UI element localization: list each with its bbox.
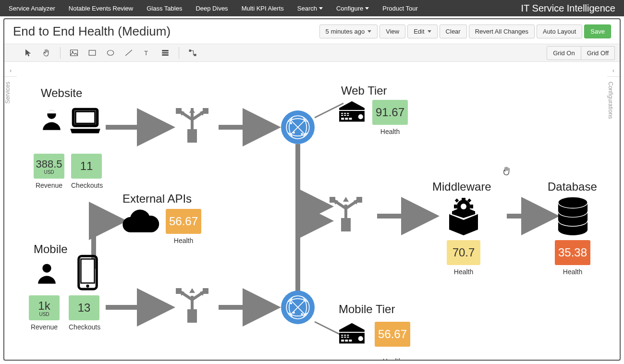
nav-notable-events[interactable]: Notable Events Review [69, 5, 133, 12]
svg-rect-9 [189, 49, 192, 52]
configurations-panel-toggle[interactable]: ‹ Configurations [607, 64, 620, 123]
mobile-checkouts-kpi[interactable]: 13 Checkouts [69, 295, 100, 331]
svg-point-44 [290, 122, 292, 124]
svg-point-47 [293, 132, 295, 133]
svg-rect-66 [344, 335, 346, 336]
svg-rect-72 [345, 340, 348, 341]
brand-title: IT Service Intelligence [521, 3, 615, 14]
ext-api-title: External APIs [122, 192, 192, 206]
pan-tool[interactable] [42, 48, 51, 58]
nav-glass-tables[interactable]: Glass Tables [147, 5, 182, 12]
cloud-icon [120, 209, 161, 235]
nav-search[interactable]: Search [297, 5, 323, 12]
svg-rect-35 [176, 288, 182, 294]
web-tier-health-kpi[interactable]: 91.67 Health [372, 100, 408, 135]
editor-toolbar: T Grid On Grid Off [4, 44, 620, 62]
svg-marker-26 [189, 108, 195, 113]
svg-rect-71 [341, 340, 344, 341]
load-balancer-icon [173, 288, 211, 327]
nav-service-analyzer[interactable]: Service Analyzer [9, 5, 55, 12]
main-frame: End to End Health (Medium) 5 minutes ago… [3, 18, 621, 361]
mobile-tier-title: Mobile Tier [339, 303, 395, 316]
svg-rect-7 [162, 52, 169, 54]
top-nav: Service Analyzer Notable Events Review G… [0, 0, 624, 16]
svg-point-51 [301, 313, 303, 315]
list-tool[interactable] [160, 48, 170, 58]
mobile-tier-health-kpi[interactable]: 56.67 Health [375, 322, 410, 360]
middleware-health-kpi[interactable]: 70.7 Health [447, 240, 480, 276]
svg-rect-77 [462, 198, 465, 201]
view-button[interactable]: View [379, 24, 405, 38]
clear-button[interactable]: Clear [440, 24, 467, 38]
svg-point-3 [107, 50, 114, 56]
chevron-down-icon [367, 30, 371, 33]
svg-rect-56 [347, 113, 349, 114]
svg-marker-32 [189, 288, 195, 293]
nav-deep-dives[interactable]: Deep Dives [196, 5, 228, 12]
svg-rect-8 [162, 54, 169, 56]
svg-rect-10 [194, 54, 196, 56]
svg-point-21 [42, 264, 51, 272]
svg-rect-73 [349, 340, 352, 341]
nav-multi-kpi[interactable]: Multi KPI Alerts [242, 5, 284, 12]
server-icon [336, 322, 367, 346]
revert-button[interactable]: Revert All Changes [469, 24, 535, 38]
website-revenue-kpi[interactable]: 388.5USD Revenue [34, 154, 64, 189]
svg-rect-67 [347, 335, 349, 336]
save-button[interactable]: Save [584, 24, 611, 38]
select-tool[interactable] [24, 48, 33, 58]
svg-rect-68 [341, 337, 343, 338]
svg-point-24 [86, 285, 89, 288]
time-range-picker[interactable]: 5 minutes ago [319, 24, 378, 38]
svg-point-63 [358, 114, 363, 119]
svg-point-85 [558, 224, 587, 235]
services-panel-toggle[interactable]: › Services [4, 64, 17, 109]
chevron-down-icon [428, 30, 431, 33]
rect-tool[interactable] [87, 48, 97, 58]
svg-point-74 [358, 336, 363, 341]
svg-text:T: T [144, 49, 148, 57]
svg-rect-62 [349, 118, 352, 120]
load-balancer-icon [327, 197, 365, 235]
svg-rect-0 [71, 50, 78, 56]
edit-button[interactable]: Edit [407, 24, 437, 38]
text-tool[interactable]: T [142, 48, 152, 58]
chevron-left-icon: ‹ [607, 64, 620, 77]
ellipse-tool[interactable] [106, 48, 115, 58]
website-checkouts-kpi[interactable]: 11 Checkouts [71, 154, 103, 189]
auto-layout-button[interactable]: Auto Layout [537, 24, 582, 38]
svg-rect-42 [356, 197, 362, 203]
svg-rect-55 [344, 113, 346, 114]
glass-table-canvas[interactable]: Website 388.5USD Revenue 11 Checkouts Mo… [22, 82, 602, 360]
grid-on-button[interactable]: Grid On [547, 46, 581, 60]
page-title: End to End Health (Medium) [13, 24, 318, 39]
globe-icon [281, 110, 315, 144]
svg-rect-79 [454, 205, 457, 208]
globe-icon [281, 291, 315, 324]
svg-point-45 [304, 120, 306, 121]
database-title: Database [548, 180, 597, 194]
nav-product-tour[interactable]: Product Tour [382, 5, 417, 12]
phone-icon [77, 255, 98, 291]
svg-rect-60 [341, 118, 344, 120]
svg-rect-20 [75, 111, 95, 123]
connector-tool[interactable] [188, 48, 197, 58]
svg-rect-23 [81, 259, 94, 283]
image-tool[interactable] [69, 48, 79, 58]
web-tier-title: Web Tier [341, 84, 387, 97]
svg-rect-2 [89, 50, 96, 56]
svg-point-49 [290, 303, 292, 304]
mobile-revenue-kpi[interactable]: 1kUSD Revenue [29, 295, 60, 331]
svg-point-52 [293, 312, 295, 314]
database-health-kpi[interactable]: 35.38 Health [555, 240, 590, 276]
svg-point-76 [461, 204, 466, 209]
grid-off-button[interactable]: Grid Off [581, 46, 615, 60]
svg-point-50 [304, 300, 306, 302]
ext-api-health-kpi[interactable]: 56.67 Health [166, 209, 201, 244]
nav-configure[interactable]: Configure [336, 5, 369, 12]
pan-cursor-icon [502, 166, 513, 176]
svg-rect-54 [341, 113, 343, 114]
svg-rect-30 [203, 108, 208, 114]
line-tool[interactable] [124, 48, 134, 58]
svg-rect-57 [341, 115, 343, 116]
